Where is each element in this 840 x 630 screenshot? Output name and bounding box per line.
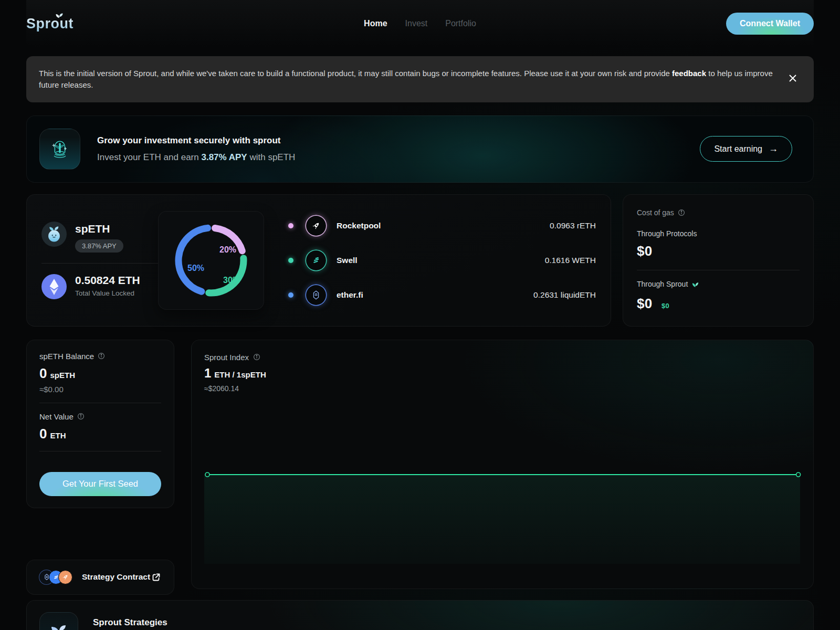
speth-overview-card: spETH 3.87% APY 0.50824 ETH Total Val	[26, 194, 611, 327]
nav-portfolio[interactable]: Portfolio	[445, 19, 476, 28]
swell-icon	[306, 250, 326, 270]
start-earning-button[interactable]: Start earning →	[700, 136, 792, 162]
nav-invest[interactable]: Invest	[405, 19, 428, 28]
info-icon[interactable]	[253, 353, 260, 361]
sprout-index-chart-card: Sprout Index 1ETH / 1spETH ≈$2060.14	[191, 340, 814, 589]
sprout-index-value: 1ETH / 1spETH	[204, 366, 801, 381]
gas-sprout-label: Through Sprout	[637, 280, 688, 288]
speth-balance-usd: ≈$0.00	[39, 385, 161, 394]
etherfi-icon	[306, 285, 326, 305]
net-value-amount: 0	[39, 426, 47, 442]
arrow-right-icon: →	[769, 143, 778, 154]
sprout-index-usd: ≈$2060.14	[204, 384, 801, 393]
info-icon[interactable]	[77, 413, 85, 420]
protocol-coin-stack	[39, 570, 72, 584]
protocol-value: 0.0963 rETH	[550, 221, 596, 230]
nav-home[interactable]: Home	[364, 19, 387, 28]
cost-of-gas-card: Cost of gas Through Protocols $0 Through…	[623, 194, 814, 327]
gas-protocols-label: Through Protocols	[637, 229, 697, 238]
divider	[41, 263, 158, 264]
speth-balance-label: spETH Balance	[39, 352, 94, 361]
gas-sprout-value-row: $0 $0	[637, 296, 800, 312]
legend-dot-pink	[288, 223, 293, 228]
protocol-name[interactable]: ether.fi	[337, 290, 363, 300]
app-logo-text: Sprout	[26, 16, 74, 32]
tvl-label: Total Value Locked	[75, 289, 140, 297]
donut-label-etherfi: 50%	[187, 264, 204, 272]
info-icon[interactable]	[98, 352, 105, 360]
divider	[637, 270, 800, 270]
speth-balance-unit: spETH	[50, 371, 75, 380]
hero-subtitle-before: Invest your ETH and earn	[97, 152, 199, 162]
close-notice-button[interactable]	[785, 72, 800, 87]
notice-text: This is the initial version of Sprout, a…	[39, 69, 670, 78]
rocketpool-icon	[306, 216, 326, 236]
gas-sprout-value: $0	[637, 296, 653, 311]
app-logo[interactable]: Sprout	[26, 16, 74, 32]
speth-token-avatar	[41, 222, 67, 247]
net-value-unit: ETH	[50, 431, 66, 440]
flat-index-line	[204, 472, 800, 477]
sprout-leaf-icon	[55, 12, 64, 18]
hero-apy-highlight: 3.87% APY	[201, 152, 247, 162]
hero-title: Grow your investment securely with sprou…	[97, 135, 295, 146]
token-name: spETH	[75, 223, 123, 235]
info-icon[interactable]	[678, 209, 685, 216]
strategies-title: Sprout Strategies	[93, 617, 167, 628]
protocol-value: 0.2631 liquidETH	[533, 290, 596, 300]
hero-banner: Grow your investment securely with sprou…	[26, 116, 814, 183]
close-icon	[788, 73, 798, 83]
connect-wallet-button[interactable]: Connect Wallet	[726, 13, 814, 35]
strategy-contract-label: Strategy Contract	[82, 572, 150, 582]
sprout-strategies-card: Sprout Strategies	[26, 600, 814, 630]
protocol-row-rocketpool: Rocketpool 0.0963 rETH	[288, 216, 596, 236]
protocol-row-etherfi: ether.fi 0.2631 liquidETH	[288, 285, 596, 305]
protocol-name[interactable]: Rocketpool	[337, 221, 381, 230]
allocation-donut-chart: 50% 20% 30%	[158, 211, 264, 310]
left-column: spETH Balance 0spETH ≈$0.00 Net Value	[26, 340, 174, 595]
app-root: Sprout Home Invest Portfolio Connect Wal…	[0, 0, 840, 630]
net-value-label: Net Value	[39, 412, 74, 421]
index-line-chart	[204, 475, 800, 564]
apy-badge: 3.87% APY	[75, 239, 123, 253]
protocol-row-swell: Swell 0.1616 WETH	[288, 250, 596, 270]
divider	[39, 403, 161, 403]
tvl-value: 0.50824 ETH	[75, 274, 140, 287]
hero-copy: Grow your investment securely with sprou…	[97, 135, 295, 163]
protocol-name[interactable]: Swell	[337, 256, 358, 265]
seedling-icon	[39, 612, 78, 630]
beta-notice-banner: This is the initial version of Sprout, a…	[26, 56, 814, 102]
overview-row: spETH 3.87% APY 0.50824 ETH Total Val	[26, 194, 814, 327]
protocol-value: 0.1616 WETH	[545, 256, 596, 265]
rocketpool-coin-icon	[58, 570, 72, 584]
top-navigation-bar: Sprout Home Invest Portfolio Connect Wal…	[26, 0, 814, 47]
speth-balance-amount: 0	[39, 365, 47, 381]
token-column: spETH 3.87% APY 0.50824 ETH Total Val	[41, 222, 158, 299]
index-amount: 1	[204, 366, 211, 380]
balance-card: spETH Balance 0spETH ≈$0.00 Net Value	[26, 340, 174, 508]
bottom-row: spETH Balance 0spETH ≈$0.00 Net Value	[26, 340, 814, 595]
get-first-seed-button[interactable]: Get Your First Seed	[39, 472, 161, 496]
donut-label-swell: 30%	[223, 276, 240, 285]
index-unit: ETH / 1spETH	[214, 370, 266, 379]
donut-label-rocketpool: 20%	[219, 245, 236, 254]
protocol-list: Rocketpool 0.0963 rETH Swell 0.1616 WETH	[288, 216, 596, 305]
legend-dot-teal	[288, 258, 293, 263]
hero-subtitle: Invest your ETH and earn 3.87% APY with …	[97, 152, 295, 163]
hero-subtitle-after: with spETH	[249, 152, 295, 162]
net-value: 0ETH	[39, 426, 161, 442]
plant-illustration-icon	[39, 129, 80, 170]
legend-dot-blue	[288, 292, 293, 298]
divider	[39, 451, 161, 452]
sprout-index-title: Sprout Index	[204, 353, 249, 362]
eth-token-icon	[41, 274, 67, 299]
strategy-contract-card[interactable]: Strategy Contract	[26, 560, 174, 595]
sprout-leaf-icon	[691, 280, 699, 288]
gas-title: Cost of gas	[637, 208, 674, 217]
start-earning-label: Start earning	[714, 144, 762, 154]
gas-sprout-saving: $0	[662, 302, 669, 310]
main-nav: Home Invest Portfolio	[364, 19, 476, 28]
notice-feedback-link[interactable]: feedback	[672, 69, 706, 78]
gas-protocols-value: $0	[637, 243, 800, 259]
external-link-icon[interactable]	[151, 572, 161, 582]
